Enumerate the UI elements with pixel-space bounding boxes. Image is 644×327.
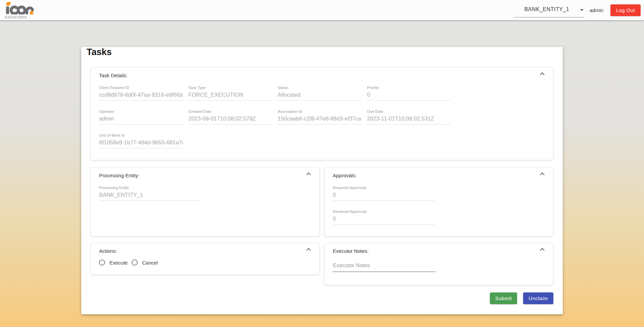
- chevron-up-icon[interactable]: [306, 172, 311, 176]
- executor-notes-input[interactable]: [333, 263, 435, 272]
- page-title: Tasks: [87, 47, 563, 57]
- submit-button[interactable]: Submit: [490, 292, 517, 304]
- processing-entity-panel: Processing Entity: Processing Entity BAN…: [91, 168, 320, 236]
- chevron-up-icon[interactable]: [540, 172, 545, 176]
- field-created-date: Created Date 2023-08-01T10:08:02.578Z: [188, 109, 272, 125]
- username-label: admin: [590, 7, 603, 13]
- field-unit-of-work-id: Unit of Work Id 6f1058e8-1b77-484d-9b55-…: [99, 133, 183, 148]
- logout-button[interactable]: Log Out: [610, 4, 641, 16]
- processing-entity-title: Processing Entity:: [99, 173, 311, 178]
- form-buttons: Submit Unclaim: [91, 292, 553, 304]
- field-task-type: Task Type FORCE_EXECUTION: [188, 86, 272, 101]
- page-background: Tasks Task Details: Client Request ID cc…: [0, 20, 644, 327]
- entity-select[interactable]: BANK_ENTITY_1: [513, 3, 584, 17]
- processing-entity-fields: Processing Entity BANK_ENTITY_1: [99, 186, 311, 209]
- field-required-approvals: Required Approvals 0: [333, 186, 435, 201]
- task-details-title: Task Details:: [99, 73, 545, 78]
- caret-down-icon: [580, 9, 584, 11]
- executor-notes-panel: Executor Notes:: [324, 243, 553, 285]
- field-client-request-id: Client Request ID ccd8d978-8d0f-47aa-931…: [99, 86, 183, 101]
- header-controls: BANK_ENTITY_1 admin Log Out: [513, 3, 641, 17]
- approvals-fields: Required Approvals 0 Received Approvals …: [333, 186, 545, 233]
- task-details-panel: Task Details: Client Request ID ccd8d978…: [91, 67, 553, 160]
- field-due-date: Due Date 2023-11-01T10:08:02.531Z: [367, 109, 451, 125]
- icon-solutions-logo-icon: [4, 2, 34, 14]
- brand-tagline: solutions: [4, 15, 34, 19]
- middle-row: Processing Entity: Processing Entity BAN…: [91, 168, 553, 236]
- tasks-card: Tasks Task Details: Client Request ID cc…: [81, 47, 563, 314]
- actions-options: Execute Cancel: [99, 260, 311, 269]
- app-header: solutions BANK_ENTITY_1 admin Log Out: [0, 0, 644, 20]
- field-priority: Priority 0: [367, 86, 451, 101]
- task-details-fields: Client Request ID ccd8d978-8d0f-47aa-931…: [99, 86, 545, 157]
- brand-logo: solutions: [4, 1, 34, 19]
- radio-execute[interactable]: Execute: [99, 260, 128, 266]
- field-association-id: Association Id 150caab6-c2f8-47e6-88d3-e…: [278, 109, 362, 125]
- executor-notes-title: Executor Notes:: [333, 248, 545, 254]
- field-status: Status Allocated: [278, 86, 362, 101]
- bottom-row: Actions: Execute Cancel: [91, 243, 553, 285]
- actions-title: Actions:: [99, 248, 311, 254]
- radio-execute-circle[interactable]: [99, 260, 105, 266]
- approvals-panel: Approvals: Required Approvals 0 Received…: [324, 168, 553, 236]
- unclaim-button[interactable]: Unclaim: [523, 292, 553, 304]
- approvals-title: Approvals:: [333, 173, 545, 178]
- tasks-card-content: Task Details: Client Request ID ccd8d978…: [91, 67, 553, 304]
- chevron-up-icon[interactable]: [306, 248, 311, 251]
- entity-select-value: BANK_ENTITY_1: [524, 6, 569, 12]
- field-processing-entity: Processing Entity BANK_ENTITY_1: [99, 186, 201, 201]
- field-operator: Operator admin: [99, 109, 183, 125]
- chevron-up-icon[interactable]: [540, 248, 545, 251]
- chevron-up-icon[interactable]: [540, 72, 545, 76]
- actions-panel: Actions: Execute Cancel: [91, 243, 320, 275]
- radio-cancel[interactable]: Cancel: [132, 260, 158, 266]
- field-received-approvals: Received Approvals 0: [333, 209, 435, 225]
- radio-cancel-circle[interactable]: [132, 260, 138, 266]
